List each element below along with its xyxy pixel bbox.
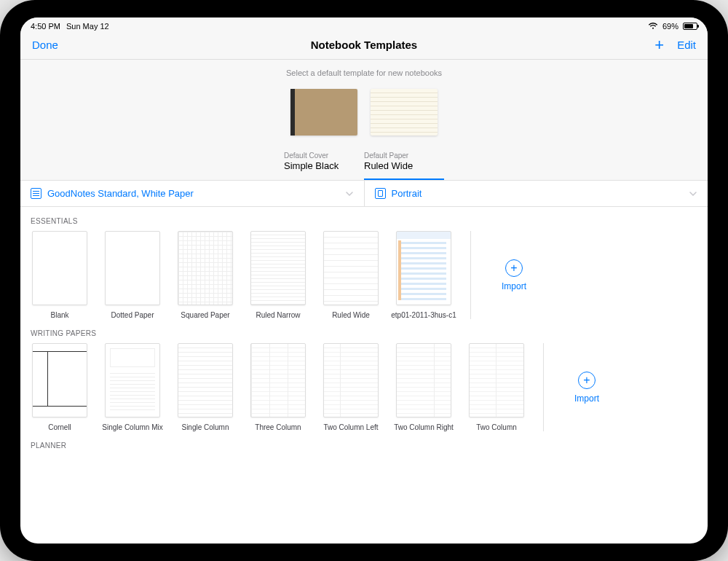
template-label: Squared Paper <box>181 311 229 319</box>
template-two-column-left[interactable]: Two Column Left <box>322 343 380 431</box>
tab-value: Ruled Wide <box>364 160 444 171</box>
add-button[interactable]: + <box>654 37 664 53</box>
plus-circle-icon: + <box>578 372 596 389</box>
template-ruled-wide[interactable]: Ruled Wide <box>322 231 380 319</box>
tab-label: Default Paper <box>364 152 444 160</box>
default-paper-preview[interactable] <box>371 89 438 136</box>
template-thumb <box>250 343 306 417</box>
chevron-down-icon <box>345 189 354 198</box>
template-cornell[interactable]: Cornell <box>31 343 89 431</box>
template-single-column[interactable]: Single Column <box>176 343 234 431</box>
template-thumb <box>250 231 306 305</box>
template-thumb <box>178 231 233 305</box>
plus-circle-icon: + <box>505 259 523 277</box>
page-title: Notebook Templates <box>311 39 417 51</box>
tab-label: Default Cover <box>284 152 364 160</box>
template-label: Two Column <box>476 423 517 431</box>
template-dotted-paper[interactable]: Dotted Paper <box>103 231 162 319</box>
chevron-down-icon <box>689 189 697 198</box>
import-template-button[interactable]: + Import <box>561 372 612 404</box>
paper-icon <box>31 188 41 199</box>
template-label: Single Column <box>181 423 229 431</box>
template-custom-etp01[interactable]: etp01-2011-3hus-c1 <box>395 231 453 319</box>
ipad-frame: 4:50 PM Sun May 12 69% Done Notebook Tem… <box>0 0 728 561</box>
default-cover-preview[interactable] <box>290 89 357 136</box>
done-button[interactable]: Done <box>32 39 58 51</box>
templates-list[interactable]: ESSENTIALS Blank Dotted Paper Squared Pa… <box>20 207 708 544</box>
template-thumb <box>396 231 451 305</box>
template-label: Two Column Left <box>323 423 378 431</box>
default-template-area: Select a default template for new notebo… <box>20 60 708 181</box>
template-label: Ruled Narrow <box>256 311 300 319</box>
template-thumb <box>32 343 87 417</box>
section-planner-title: PLANNER <box>20 431 708 455</box>
template-thumb <box>396 343 451 417</box>
paper-style-label: GoodNotes Standard, White Paper <box>47 188 194 199</box>
template-ruled-narrow[interactable]: Ruled Narrow <box>249 231 307 319</box>
selector-bar: GoodNotes Standard, White Paper Portrait <box>20 181 708 207</box>
template-thumb <box>323 231 379 305</box>
orientation-selector[interactable]: Portrait <box>365 181 708 206</box>
template-label: Cornell <box>48 423 71 431</box>
template-thumb <box>105 231 160 305</box>
template-thumb <box>323 343 379 417</box>
essentials-row: Blank Dotted Paper Squared Paper Ruled N… <box>20 231 708 319</box>
template-label: Single Column Mix <box>102 423 162 431</box>
battery-percent: 69% <box>662 22 678 31</box>
template-blank[interactable]: Blank <box>31 231 89 319</box>
template-label: Two Column Right <box>394 423 454 431</box>
template-two-column-right[interactable]: Two Column Right <box>395 343 453 431</box>
template-single-column-mix[interactable]: Single Column Mix <box>103 343 162 431</box>
status-bar: 4:50 PM Sun May 12 69% <box>20 17 708 31</box>
wifi-icon <box>648 23 658 30</box>
edit-button[interactable]: Edit <box>677 39 696 51</box>
battery-icon <box>683 23 697 30</box>
orientation-icon <box>375 188 386 199</box>
template-label: Dotted Paper <box>111 311 154 319</box>
section-writing-title: WRITING PAPERS <box>20 319 708 343</box>
orientation-label: Portrait <box>392 188 422 199</box>
template-two-column[interactable]: Two Column <box>467 343 526 431</box>
import-label: Import <box>574 393 599 404</box>
template-squared-paper[interactable]: Squared Paper <box>176 231 234 319</box>
import-label: Import <box>502 281 526 291</box>
paper-style-selector[interactable]: GoodNotes Standard, White Paper <box>20 181 365 206</box>
template-label: Ruled Wide <box>332 311 370 319</box>
status-time: 4:50 PM <box>31 22 60 31</box>
template-thumb <box>32 231 87 305</box>
screen: 4:50 PM Sun May 12 69% Done Notebook Tem… <box>20 17 708 544</box>
default-subtitle: Select a default template for new notebo… <box>20 68 708 77</box>
status-date: Sun May 12 <box>66 22 109 31</box>
template-thumb <box>105 343 160 417</box>
template-thumb <box>178 343 233 417</box>
divider <box>470 231 471 319</box>
tab-value: Simple Black <box>284 160 364 171</box>
divider <box>543 343 544 431</box>
navbar: Done Notebook Templates + Edit <box>20 31 708 60</box>
writing-row: Cornell Single Column Mix Single Column … <box>20 343 708 431</box>
template-label: Blank <box>50 311 68 319</box>
import-template-button[interactable]: + Import <box>488 259 539 291</box>
template-label: Three Column <box>255 423 301 431</box>
section-essentials-title: ESSENTIALS <box>20 207 708 231</box>
tab-default-paper[interactable]: Default Paper Ruled Wide <box>364 149 444 180</box>
tab-default-cover[interactable]: Default Cover Simple Black <box>284 149 364 180</box>
template-three-column[interactable]: Three Column <box>249 343 307 431</box>
template-label: etp01-2011-3hus-c1 <box>391 311 456 319</box>
template-thumb <box>469 343 524 417</box>
